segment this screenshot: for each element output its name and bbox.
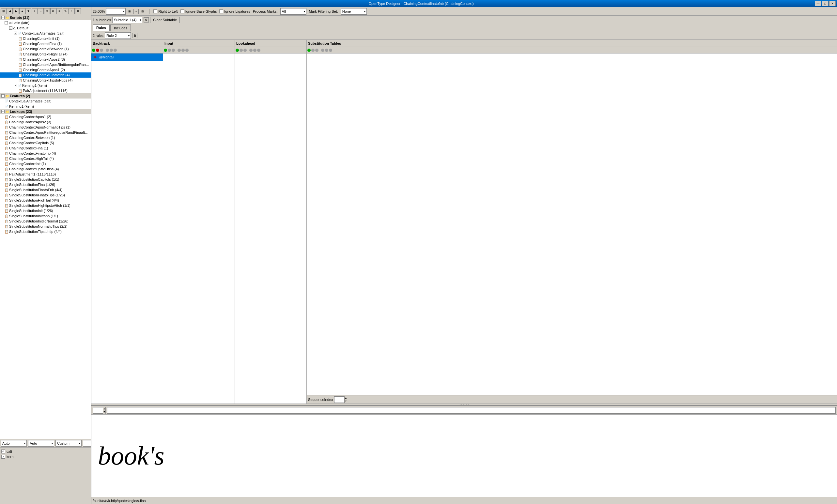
- toolbar-btn-12[interactable]: ↕: [69, 8, 75, 14]
- subtable-select[interactable]: Subtable 1 (4): [112, 17, 142, 23]
- tree-calt[interactable]: − 📄 ContextualAlternates (calt): [0, 31, 91, 36]
- maximize-button[interactable]: □: [822, 1, 829, 6]
- tree-lookup-apos1[interactable]: 📋 ChainingContextApos1 (2): [0, 114, 91, 120]
- kern-checkbox[interactable]: ✓: [1, 455, 5, 458]
- section-scripts[interactable]: − 📁 Scripts (31): [0, 15, 91, 20]
- tree-lookup-init[interactable]: 📋 ChainingContextInit (1): [0, 161, 91, 166]
- tree-item-fina[interactable]: 📋 ChainingContextFina (1): [0, 41, 91, 46]
- spin-input-1[interactable]: 1: [83, 442, 91, 445]
- scripts-expand[interactable]: −: [1, 16, 4, 19]
- toolbar-btn-2[interactable]: ◀: [7, 8, 13, 14]
- tree-lookup-ss-normaltotips[interactable]: 📋 SingleSubstitutionNormaltoTips (2/2): [0, 224, 91, 229]
- preview-size-input[interactable]: 60: [93, 409, 103, 412]
- seq-spin-down[interactable]: ▼: [344, 400, 347, 403]
- zoom-btn-2[interactable]: ≡: [133, 9, 139, 14]
- sequence-index-input[interactable]: 0: [335, 398, 344, 401]
- tree-lookup-ss-hightipsattch[interactable]: 📋 SingleSubstitutionHightipstoAttch (1/1…: [0, 203, 91, 208]
- zoom-btn-1[interactable]: ⊞: [127, 9, 132, 14]
- tree-lookup-capitols[interactable]: 📋 ChainingContextCapitols (5): [0, 140, 91, 145]
- ignore-base-glyphs-checkbox[interactable]: Ignore Base Glyphs: [180, 10, 217, 13]
- combo-auto-1[interactable]: Auto: [1, 440, 27, 447]
- rtl-checkbox-box[interactable]: [153, 10, 157, 13]
- combo-custom[interactable]: Custom: [55, 440, 82, 447]
- section-features[interactable]: − 📁 Features (2): [0, 93, 91, 98]
- features-expand[interactable]: −: [1, 94, 4, 97]
- tree-lookup-between[interactable]: 📋 ChainingContextBetween (1): [0, 135, 91, 140]
- preview-spin-up[interactable]: ▲: [103, 407, 105, 410]
- zoom-select[interactable]: [106, 8, 126, 15]
- tree-lookup-ss-finatofnb[interactable]: 📋 SingleSubstitutionFinatoFnb (4/4): [0, 187, 91, 193]
- subtable-settings-btn[interactable]: ⚙: [144, 17, 149, 22]
- toolbar-btn-5[interactable]: ▼: [25, 8, 31, 14]
- tree-lookup-tipsto[interactable]: 📋 ChainingContextTipstoHtips (4): [0, 166, 91, 172]
- il-checkbox-box[interactable]: [219, 10, 223, 13]
- tree-feat-kern[interactable]: 📄 Kerning1 (kern): [0, 104, 91, 109]
- tree-item-apos2[interactable]: 📋 ChainingContextApos2 (3): [0, 57, 91, 62]
- backtrack-glyph-entry[interactable]: ✒ @hightail: [91, 54, 163, 61]
- lookups-expand[interactable]: −: [1, 110, 4, 113]
- tree-item-finatofnb[interactable]: 📋 ChainingContextFinatofnb (4): [0, 72, 91, 78]
- toolbar-btn-13[interactable]: ⚙: [75, 8, 81, 14]
- feature-kern[interactable]: ✓ kern: [1, 454, 90, 459]
- tree-item-hightail[interactable]: 📋 ChainingContextHighTail (4): [0, 52, 91, 57]
- rule-delete-btn[interactable]: 🗑: [132, 33, 137, 38]
- tree-lookup-finatofnb[interactable]: 📋 ChainingContextFinatofnb (4): [0, 151, 91, 156]
- process-marks-select[interactable]: All: [280, 8, 306, 15]
- calt-checkbox[interactable]: ✓: [1, 450, 5, 453]
- toolbar-btn-7[interactable]: −: [38, 8, 44, 14]
- tree-lookup-ss-tipstohtip[interactable]: 📋 SingleSubstitutionTipstohtip (4/4): [0, 229, 91, 234]
- preview-text-input[interactable]: book's: [107, 407, 836, 414]
- ibg-checkbox-box[interactable]: [180, 10, 184, 13]
- tree-lookup-ss-inittonormal[interactable]: 📋 SingleSubstitutionInitToNormal (1/26): [0, 219, 91, 224]
- tree-lookup-apos-normal[interactable]: 📋 ChainingContextAposNormaltoTips (1): [0, 125, 91, 130]
- toolbar-btn-1[interactable]: ⊞: [1, 8, 6, 14]
- preview-spin-down[interactable]: ▼: [103, 410, 105, 414]
- tree-kerning1-scripts[interactable]: + 📄 Kerning1 (kern): [0, 83, 91, 88]
- toolbar-btn-11[interactable]: ✎: [63, 8, 69, 14]
- section-lookups[interactable]: − 📁 Lookups (23): [0, 109, 91, 114]
- tree-default[interactable]: − 🗂 Default: [0, 25, 91, 31]
- tree-lookup-ss-capitols[interactable]: 📋 SingleSubstitutionCapitols (1/1): [0, 177, 91, 182]
- tree-lookup-apos-rintt[interactable]: 📋 ChainingContextAposRintttoregularRandF…: [0, 130, 91, 135]
- tree-item-tipsto[interactable]: 📋 ChainingContextTipstoHtips (4): [0, 78, 91, 83]
- tab-rules[interactable]: Rules: [93, 24, 110, 31]
- tree-lookup-apos2[interactable]: 📋 ChainingContextApos2 (3): [0, 120, 91, 125]
- tree-lookup-ss-inittonb[interactable]: 📋 SingleSubstitutionInittonb (1/1): [0, 213, 91, 219]
- toolbar-btn-8[interactable]: ⊕: [44, 8, 50, 14]
- mark-filtering-select[interactable]: None: [341, 8, 367, 15]
- toolbar-btn-10[interactable]: ≡: [56, 8, 62, 14]
- tree-item-init[interactable]: 📋 ChainingContextInit (1): [0, 36, 91, 41]
- ignore-ligatures-checkbox[interactable]: Ignore Ligatures: [219, 10, 250, 13]
- right-to-left-checkbox[interactable]: Right to Left: [153, 10, 178, 13]
- toolbar-btn-4[interactable]: ▲: [19, 8, 25, 14]
- tree-lookup-ss-fina[interactable]: 📋 SingleSubstitutionFina (1/26): [0, 182, 91, 187]
- calt-expand[interactable]: −: [14, 32, 17, 35]
- tree-lookup-fina[interactable]: 📋 ChainingContextFina (1): [0, 145, 91, 151]
- latin-expand[interactable]: −: [4, 21, 8, 24]
- seq-spin-up[interactable]: ▲: [344, 396, 347, 400]
- tree-lookup-pairadjust[interactable]: 📋 PairAdjustment1 (1116/1116): [0, 172, 91, 177]
- tree-lookup-ss-init[interactable]: 📋 SingleSubstitutionInit (1/26): [0, 208, 91, 213]
- default-expand[interactable]: −: [9, 26, 13, 30]
- toolbar-btn-9[interactable]: ⊗: [50, 8, 56, 14]
- close-button[interactable]: ✕: [829, 1, 836, 6]
- minimize-button[interactable]: —: [815, 1, 821, 6]
- combo-auto-2[interactable]: Auto: [28, 440, 54, 447]
- zoom-btn-3[interactable]: ⊟: [140, 9, 145, 14]
- feature-calt[interactable]: ✓ calt: [1, 449, 90, 454]
- tree-lookup-ss-hightail[interactable]: 📋 SingleSubstitutionHighTail (4/4): [0, 198, 91, 203]
- kerning-expand[interactable]: +: [14, 84, 17, 87]
- clear-subtable-button[interactable]: Clear Subtable: [150, 17, 180, 23]
- tree-item-between[interactable]: 📋 ChainingContextBetween (1): [0, 46, 91, 52]
- tree-item-apos-rintt[interactable]: 📋 ChainingContextAposRintttoregularRandF…: [0, 62, 91, 67]
- tree-lookup-hightail[interactable]: 📋 ChainingContextHighTail (4): [0, 156, 91, 161]
- rule-select[interactable]: Rule 2: [105, 32, 131, 39]
- tree-latin[interactable]: − 🗂 Latin (latn): [0, 20, 91, 25]
- toolbar-btn-6[interactable]: +: [32, 8, 37, 14]
- toolbar-btn-3[interactable]: ▶: [13, 8, 19, 14]
- tab-includes[interactable]: Includes: [110, 24, 131, 31]
- tree-feat-calt[interactable]: 📄 ContextualAlternates (calt): [0, 98, 91, 104]
- tree-lookup-ss-finatotips[interactable]: 📋 SingleSubstitutionFinatoTips (1/26): [0, 193, 91, 198]
- tree-pair-adj[interactable]: 📋 PairAdjustment (1116/1116): [0, 88, 91, 93]
- tree-item-apos1[interactable]: 📋 ChainingContextApos1 (2): [0, 67, 91, 72]
